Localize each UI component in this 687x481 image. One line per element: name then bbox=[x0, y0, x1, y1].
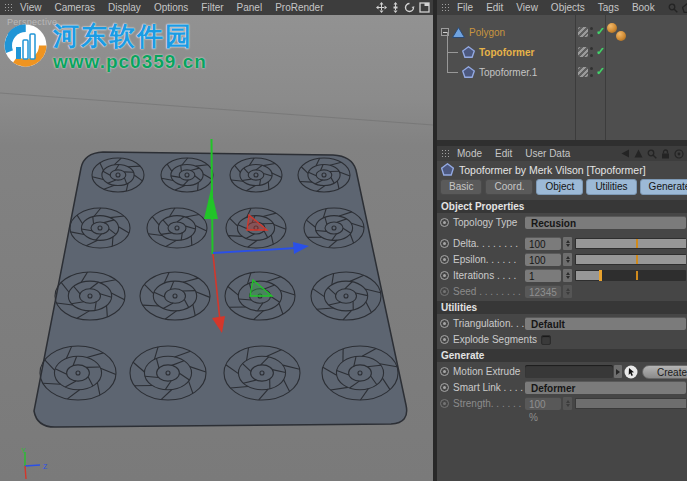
material-tag-icon[interactable] bbox=[607, 23, 617, 33]
back-icon[interactable] bbox=[621, 149, 630, 158]
object-name[interactable]: Topoformer bbox=[479, 47, 534, 58]
layer-color-icon[interactable] bbox=[578, 67, 588, 77]
scene-3d[interactable]: YZ bbox=[0, 15, 433, 481]
keyframe-circle-icon[interactable] bbox=[440, 383, 449, 392]
section-header-object-properties: Object Properties bbox=[437, 200, 687, 213]
slider-default-tick bbox=[636, 239, 638, 248]
object-name[interactable]: Topoformer.1 bbox=[479, 67, 537, 78]
menu-item-options[interactable]: Options bbox=[154, 2, 188, 13]
dolly-icon[interactable] bbox=[391, 2, 400, 13]
polygon-object-icon[interactable] bbox=[452, 27, 465, 38]
menu-item-cameras[interactable]: Cameras bbox=[55, 2, 96, 13]
menu-item-display[interactable]: Display bbox=[108, 2, 141, 13]
menu-item-view[interactable]: View bbox=[516, 2, 538, 13]
menu-item-book[interactable]: Book bbox=[632, 2, 655, 13]
visibility-dots-icon[interactable] bbox=[590, 27, 593, 37]
value-field[interactable]: 1 bbox=[525, 269, 561, 282]
keyframe-circle-icon[interactable] bbox=[440, 271, 449, 280]
menu-item-edit[interactable]: Edit bbox=[495, 148, 512, 159]
topoformer-object-icon[interactable] bbox=[462, 66, 475, 78]
value-slider[interactable] bbox=[575, 238, 686, 249]
stepper-arrows-icon[interactable] bbox=[563, 269, 572, 282]
menu-item-user-data[interactable]: User Data bbox=[525, 148, 570, 159]
property-label: Seed . . . . . . . . bbox=[453, 286, 525, 297]
visibility-dots-icon[interactable] bbox=[590, 47, 593, 57]
dropdown-topology-type[interactable]: Recusion bbox=[525, 216, 686, 229]
object-manager-menubar: FileEditViewObjectsTagsBook bbox=[437, 0, 687, 15]
dropdown-smart-link[interactable]: Deformer bbox=[525, 381, 686, 394]
slider-handle[interactable] bbox=[599, 270, 602, 281]
enabled-check-icon[interactable]: ✓ bbox=[596, 65, 605, 78]
menu-item-tags[interactable]: Tags bbox=[598, 2, 619, 13]
forward-icon[interactable] bbox=[634, 149, 643, 158]
svg-text:Y: Y bbox=[21, 447, 26, 454]
menu-item-panel[interactable]: Panel bbox=[237, 2, 263, 13]
material-tag-icon[interactable] bbox=[616, 31, 626, 41]
link-menu-arrow-icon[interactable] bbox=[614, 365, 622, 378]
property-label: Triangulation. . . . bbox=[453, 318, 525, 329]
value-field[interactable]: 100 % bbox=[525, 237, 561, 250]
value-slider[interactable] bbox=[575, 270, 686, 281]
panel-grip-icon[interactable] bbox=[441, 3, 451, 12]
tab-basic[interactable]: Basic bbox=[440, 179, 482, 195]
object-row-topoformer[interactable]: Topoformer✓ bbox=[437, 42, 687, 62]
property-label: Topology Type bbox=[453, 217, 525, 228]
value-field[interactable]: 100 % bbox=[525, 253, 561, 266]
dropdown-triangulation[interactable]: Default bbox=[525, 317, 686, 330]
keyframe-circle-icon[interactable] bbox=[440, 367, 449, 376]
create-button[interactable]: Create bbox=[642, 365, 687, 379]
rotate-icon[interactable] bbox=[404, 2, 415, 13]
tab-utilities[interactable]: Utilities bbox=[586, 179, 636, 195]
tab-object[interactable]: Object bbox=[536, 179, 583, 195]
keyframe-circle-icon[interactable] bbox=[440, 255, 449, 264]
target-icon[interactable] bbox=[674, 149, 684, 159]
attribute-tabs: BasicCoord.ObjectUtilitiesGenerate bbox=[437, 178, 687, 197]
layer-color-icon[interactable] bbox=[578, 47, 588, 57]
enabled-check-icon[interactable]: ✓ bbox=[596, 25, 605, 38]
stepper-arrows-icon[interactable] bbox=[563, 237, 572, 250]
topoformer-object-icon[interactable] bbox=[462, 46, 475, 58]
object-row-polygon[interactable]: Polygon✓ bbox=[437, 22, 687, 42]
layer-color-icon[interactable] bbox=[578, 27, 588, 37]
panel-grip-icon[interactable] bbox=[441, 149, 451, 158]
viewport-canvas[interactable]: YZ Perspective 河东软件园 www.pc0359.cn bbox=[0, 15, 433, 481]
property-label: Iterations . . . . bbox=[453, 270, 525, 281]
keyframe-circle-icon[interactable] bbox=[440, 335, 449, 344]
home-icon[interactable] bbox=[682, 3, 687, 13]
keyframe-circle-icon[interactable] bbox=[440, 239, 449, 248]
menu-item-edit[interactable]: Edit bbox=[486, 2, 503, 13]
tab-coord[interactable]: Coord. bbox=[485, 179, 533, 195]
value-slider[interactable] bbox=[575, 254, 686, 265]
menu-item-objects[interactable]: Objects bbox=[551, 2, 585, 13]
attribute-content: Object PropertiesTopology TypeRecusionDe… bbox=[437, 197, 687, 481]
keyframe-circle-icon[interactable] bbox=[440, 218, 449, 227]
object-row-topoformer-1[interactable]: Topoformer.1✓ bbox=[437, 62, 687, 82]
object-picker-icon[interactable] bbox=[624, 365, 638, 379]
property-row-triangulation: Triangulation. . . .Default bbox=[440, 317, 686, 330]
menu-item-view[interactable]: View bbox=[20, 2, 42, 13]
lock-icon[interactable] bbox=[661, 149, 670, 159]
checkbox-explode-segments[interactable] bbox=[541, 335, 551, 345]
enabled-check-icon[interactable]: ✓ bbox=[596, 45, 605, 58]
object-manager-corner-icons bbox=[668, 3, 687, 13]
menu-item-file[interactable]: File bbox=[457, 2, 473, 13]
menu-item-prorender[interactable]: ProRender bbox=[275, 2, 323, 13]
object-tree: Polygon✓Topoformer✓Topoformer.1✓ bbox=[437, 15, 687, 140]
object-name[interactable]: Polygon bbox=[469, 27, 505, 38]
search-icon[interactable] bbox=[647, 149, 657, 159]
visibility-dots-icon[interactable] bbox=[590, 67, 593, 77]
menu-item-filter[interactable]: Filter bbox=[201, 2, 223, 13]
stepper-arrows-icon[interactable] bbox=[563, 253, 572, 266]
menu-item-mode[interactable]: Mode bbox=[457, 148, 482, 159]
attribute-manager-menubar: ModeEditUser Data bbox=[437, 146, 687, 161]
keyframe-circle-icon[interactable] bbox=[440, 319, 449, 328]
link-field[interactable] bbox=[525, 365, 613, 378]
stepper-arrows-icon bbox=[563, 397, 572, 410]
move-icon[interactable] bbox=[376, 2, 387, 13]
search-icon[interactable] bbox=[668, 3, 678, 13]
tab-generate[interactable]: Generate bbox=[640, 179, 687, 195]
object-manager: FileEditViewObjectsTagsBook Polygon✓Topo… bbox=[437, 0, 687, 140]
panel-grip-icon[interactable] bbox=[4, 3, 14, 12]
maximize-icon[interactable] bbox=[419, 2, 430, 13]
tree-connector bbox=[447, 62, 459, 82]
